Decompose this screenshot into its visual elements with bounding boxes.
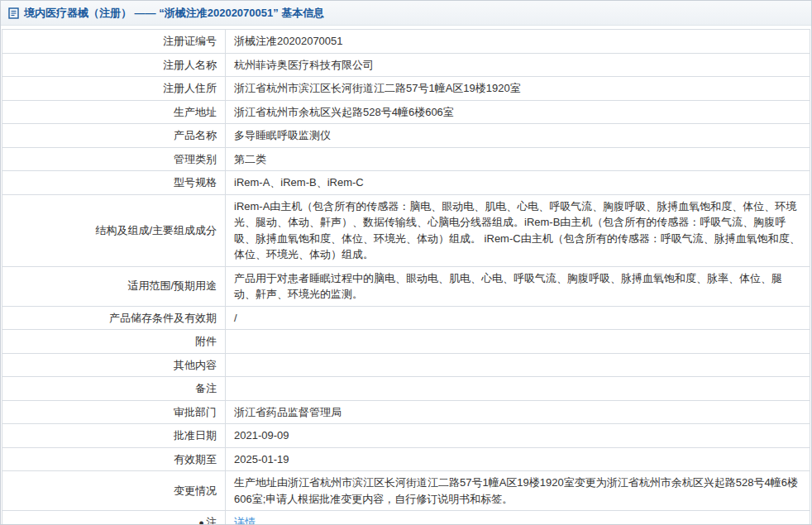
row-label: 备注 xyxy=(2,377,226,401)
row-value: 浙江省杭州市余杭区兴起路528号4幢6楼606室 xyxy=(226,100,810,124)
row-value: iRem-A由主机（包含所有的传感器：脑电、眼动电、肌电、心电、呼吸气流、胸腹呼… xyxy=(226,194,810,266)
row-value xyxy=(226,377,810,401)
page-title: 境内医疗器械（注册） —— “浙械注准20202070051” 基本信息 xyxy=(24,6,324,21)
page-header: 境内医疗器械（注册） —— “浙械注准20202070051” 基本信息 xyxy=(1,1,811,26)
row-label: 附件 xyxy=(2,330,226,354)
table-row: 注册人住所 浙江省杭州市滨江区长河街道江二路57号1幢A区19楼1920室 xyxy=(2,77,810,101)
info-table-wrapper: 注册证编号 浙械注准20202070051 注册人名称 杭州菲诗奥医疗科技有限公… xyxy=(1,26,811,525)
row-value xyxy=(226,330,810,354)
row-value: 浙江省杭州市滨江区长河街道江二路57号1幢A区19楼1920室 xyxy=(226,77,810,101)
table-row: 变更情况 生产地址由浙江省杭州市滨江区长河街道江二路57号1幢A区19楼1920… xyxy=(2,471,810,511)
document-icon xyxy=(8,7,19,19)
row-value: / xyxy=(226,306,810,330)
row-value: 多导睡眠呼吸监测仪 xyxy=(226,124,810,148)
table-row: 产品储存条件及有效期 / xyxy=(2,306,810,330)
row-value: 2025-01-19 xyxy=(226,447,810,471)
note-label: 注 xyxy=(206,516,217,525)
row-value: 杭州菲诗奥医疗科技有限公司 xyxy=(226,53,810,77)
table-row-note: ●注 详情 xyxy=(2,511,810,525)
registration-info-table: 注册证编号 浙械注准20202070051 注册人名称 杭州菲诗奥医疗科技有限公… xyxy=(2,29,810,525)
row-label: 注册人名称 xyxy=(2,53,226,77)
row-label: ●注 xyxy=(2,511,226,525)
row-value: 2021-09-09 xyxy=(226,424,810,448)
table-row: 适用范围/预期用途 产品用于对患者睡眠过程中的脑电、眼动电、肌电、心电、呼吸气流… xyxy=(2,266,810,306)
row-value: 生产地址由浙江省杭州市滨江区长河街道江二路57号1幢A区19楼1920室变更为浙… xyxy=(226,471,810,511)
row-value: 浙江省药品监督管理局 xyxy=(226,400,810,424)
row-label: 产品储存条件及有效期 xyxy=(2,306,226,330)
table-row: 其他内容 xyxy=(2,353,810,377)
row-label: 其他内容 xyxy=(2,353,226,377)
table-row: 注册证编号 浙械注准20202070051 xyxy=(2,30,810,54)
row-value: 详情 xyxy=(226,511,810,525)
table-row: 注册人名称 杭州菲诗奥医疗科技有限公司 xyxy=(2,53,810,77)
row-label: 管理类别 xyxy=(2,147,226,171)
table-row: 备注 xyxy=(2,377,810,401)
note-detail-link[interactable]: 详情 xyxy=(234,516,256,525)
row-value: 产品用于对患者睡眠过程中的脑电、眼动电、肌电、心电、呼吸气流、胸腹呼吸、脉搏血氧… xyxy=(226,266,810,306)
row-label: 型号规格 xyxy=(2,171,226,195)
row-label: 注册人住所 xyxy=(2,77,226,101)
row-value: 浙械注准20202070051 xyxy=(226,30,810,54)
row-label: 有效期至 xyxy=(2,447,226,471)
page: 境内医疗器械（注册） —— “浙械注准20202070051” 基本信息 注册证… xyxy=(0,0,812,525)
table-row: 型号规格 iRem-A、iRem-B、iRem-C xyxy=(2,171,810,195)
row-label: 结构及组成/主要组成成分 xyxy=(2,194,226,266)
row-label: 审批部门 xyxy=(2,400,226,424)
table-row: 结构及组成/主要组成成分 iRem-A由主机（包含所有的传感器：脑电、眼动电、肌… xyxy=(2,194,810,266)
row-value: 第二类 xyxy=(226,147,810,171)
row-label: 生产地址 xyxy=(2,100,226,124)
table-row: 有效期至 2025-01-19 xyxy=(2,447,810,471)
table-row: 生产地址 浙江省杭州市余杭区兴起路528号4幢6楼606室 xyxy=(2,100,810,124)
note-bullet-icon: ● xyxy=(198,518,204,525)
table-row: 审批部门 浙江省药品监督管理局 xyxy=(2,400,810,424)
table-row: 管理类别 第二类 xyxy=(2,147,810,171)
row-value xyxy=(226,353,810,377)
row-label: 变更情况 xyxy=(2,471,226,511)
table-row: 附件 xyxy=(2,330,810,354)
row-label: 批准日期 xyxy=(2,424,226,448)
table-row: 批准日期 2021-09-09 xyxy=(2,424,810,448)
row-label: 注册证编号 xyxy=(2,30,226,54)
table-row: 产品名称 多导睡眠呼吸监测仪 xyxy=(2,124,810,148)
row-label: 产品名称 xyxy=(2,124,226,148)
row-value: iRem-A、iRem-B、iRem-C xyxy=(226,171,810,195)
row-label: 适用范围/预期用途 xyxy=(2,266,226,306)
